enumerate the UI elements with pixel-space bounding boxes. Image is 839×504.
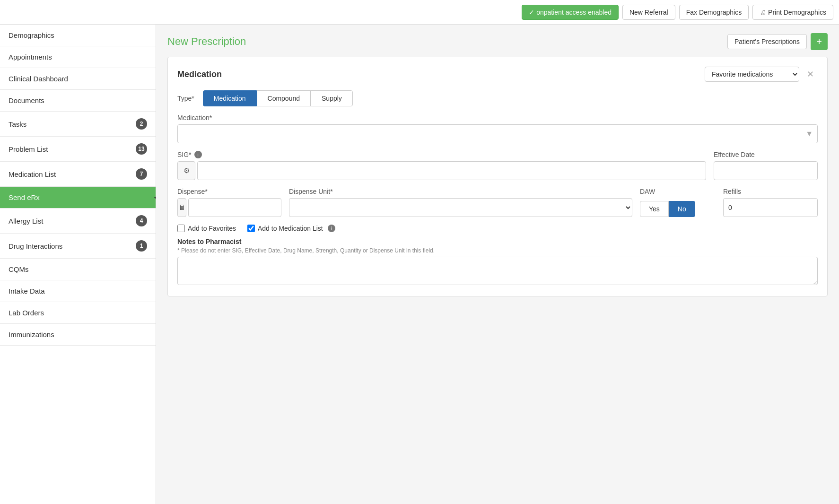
dispense-label: Dispense*: [177, 188, 281, 195]
printer-icon: 🖨: [760, 9, 766, 16]
medication-card-header: Medication Favorite medications ✕: [177, 67, 818, 82]
sidebar-item-problem-list[interactable]: Problem List13: [0, 137, 156, 162]
add-medication-list-checkbox[interactable]: [247, 225, 255, 232]
print-demographics-button[interactable]: 🖨 Print Demographics: [752, 5, 833, 20]
medication-card-title: Medication: [177, 70, 222, 79]
daw-no-button[interactable]: No: [669, 201, 695, 217]
sidebar-item-badge: 2: [136, 118, 147, 130]
sig-info-icon[interactable]: i: [194, 151, 202, 158]
sidebar-item-badge: 7: [136, 168, 147, 180]
medication-field-row: Medication* ▼: [177, 114, 818, 143]
dispense-row: Dispense* 🖩 Dispense Unit* DAW: [177, 188, 818, 217]
sig-gear-button[interactable]: ⚙: [177, 161, 195, 180]
add-medication-list-label[interactable]: Add to Medication List i: [247, 225, 335, 232]
dispense-input-wrap: 🖩: [177, 198, 281, 217]
daw-label: DAW: [640, 188, 716, 195]
new-referral-button[interactable]: New Referral: [622, 5, 675, 20]
dispense-unit-field: Dispense Unit*: [289, 188, 632, 217]
dispense-input[interactable]: [188, 198, 281, 217]
medication-card: Medication Favorite medications ✕ Type* …: [167, 57, 828, 296]
prescription-header-right: Patient's Prescriptions +: [727, 33, 828, 50]
sidebar-item-immunizations[interactable]: Immunizations: [0, 324, 156, 346]
notes-textarea[interactable]: [177, 257, 818, 285]
sidebar-item-label: Intake Data: [9, 287, 45, 295]
dispense-unit-select[interactable]: [289, 198, 632, 217]
content-area: New Prescription Patient's Prescriptions…: [156, 25, 839, 504]
daw-field: DAW Yes No: [640, 188, 716, 217]
sidebar-item-label: Medication List: [9, 170, 56, 178]
refills-input[interactable]: [723, 198, 818, 217]
sidebar-item-send-erx[interactable]: Send eRx: [0, 187, 156, 209]
refills-field: Refills: [723, 188, 818, 217]
sidebar: DemographicsAppointmentsClinical Dashboa…: [0, 25, 156, 504]
add-favorites-label[interactable]: Add to Favorites: [177, 225, 236, 232]
type-buttons: Medication Compound Supply: [203, 90, 353, 106]
sidebar-item-badge: 4: [136, 215, 147, 226]
sig-row: SIG* i ⚙ Effective Date: [177, 151, 818, 180]
sidebar-item-badge: 13: [136, 143, 147, 155]
notes-hint: * Please do not enter SIG, Effective Dat…: [177, 247, 818, 254]
sidebar-item-cqms[interactable]: CQMs: [0, 259, 156, 280]
sidebar-item-drug-interactions[interactable]: Drug Interactions1: [0, 234, 156, 259]
type-label: Type*: [177, 95, 194, 102]
sig-label: SIG*: [177, 151, 192, 158]
favorite-medications-select[interactable]: Favorite medications: [705, 67, 799, 82]
add-favorites-checkbox[interactable]: [177, 225, 185, 232]
type-row: Type* Medication Compound Supply: [177, 90, 818, 106]
sidebar-item-label: Demographics: [9, 31, 54, 39]
close-button[interactable]: ✕: [803, 67, 818, 81]
prescription-header: New Prescription Patient's Prescriptions…: [156, 25, 839, 57]
sidebar-item-badge: 1: [136, 240, 147, 252]
sidebar-item-appointments[interactable]: Appointments: [0, 46, 156, 68]
sidebar-item-label: Send eRx: [9, 193, 40, 201]
sidebar-item-documents[interactable]: Documents: [0, 90, 156, 112]
sidebar-item-allergy-list[interactable]: Allergy List4: [0, 209, 156, 234]
daw-buttons: Yes No: [640, 201, 716, 217]
sig-label-row: SIG* i: [177, 151, 706, 158]
type-supply-button[interactable]: Supply: [311, 90, 353, 106]
sidebar-item-label: Tasks: [9, 120, 26, 128]
fax-demographics-button[interactable]: Fax Demographics: [679, 5, 749, 20]
sidebar-item-label: Appointments: [9, 53, 52, 61]
sidebar-item-label: Documents: [9, 96, 44, 104]
effective-date-input[interactable]: [714, 161, 818, 180]
dispense-field: Dispense* 🖩: [177, 188, 281, 217]
dispense-unit-label: Dispense Unit*: [289, 188, 632, 195]
effective-date-label: Effective Date: [714, 151, 818, 158]
notes-label: Notes to Pharmacist: [177, 238, 818, 245]
main-layout: DemographicsAppointmentsClinical Dashboa…: [0, 25, 839, 504]
effective-date-field: Effective Date: [714, 151, 818, 180]
sidebar-item-label: Lab Orders: [9, 309, 44, 317]
sidebar-item-label: Problem List: [9, 145, 48, 153]
sidebar-item-medication-list[interactable]: Medication List7: [0, 162, 156, 187]
type-medication-button[interactable]: Medication: [203, 90, 257, 106]
sidebar-item-intake-data[interactable]: Intake Data: [0, 280, 156, 302]
sidebar-item-label: Immunizations: [9, 330, 54, 339]
daw-yes-button[interactable]: Yes: [640, 201, 669, 217]
add-prescription-button[interactable]: +: [811, 33, 828, 50]
sidebar-item-label: CQMs: [9, 265, 29, 273]
sidebar-item-label: Allergy List: [9, 217, 43, 225]
sidebar-item-lab-orders[interactable]: Lab Orders: [0, 302, 156, 324]
sig-text-input[interactable]: [197, 161, 706, 180]
checkboxes-row: Add to Favorites Add to Medication List …: [177, 225, 818, 232]
type-compound-button[interactable]: Compound: [257, 90, 311, 106]
sidebar-item-clinical-dashboard[interactable]: Clinical Dashboard: [0, 68, 156, 90]
notes-section: Notes to Pharmacist * Please do not ente…: [177, 238, 818, 287]
medication-card-right: Favorite medications ✕: [705, 67, 818, 82]
refills-label: Refills: [723, 188, 818, 195]
onpatient-access-button[interactable]: ✓ onpatient access enabled: [522, 5, 619, 20]
sig-input-wrap: ⚙: [177, 161, 706, 180]
sidebar-item-label: Drug Interactions: [9, 242, 62, 250]
top-bar: ✓ onpatient access enabled New Referral …: [0, 0, 839, 25]
calculator-button[interactable]: 🖩: [177, 198, 186, 217]
sig-field: SIG* i ⚙: [177, 151, 706, 180]
prescription-title: New Prescription: [167, 35, 246, 48]
medication-input-wrap: ▼: [177, 124, 818, 143]
sidebar-item-label: Clinical Dashboard: [9, 75, 68, 83]
sidebar-item-tasks[interactable]: Tasks2: [0, 112, 156, 137]
medication-input[interactable]: [177, 124, 818, 143]
sidebar-item-demographics[interactable]: Demographics: [0, 25, 156, 46]
medication-list-info-icon[interactable]: i: [328, 225, 335, 232]
patients-prescriptions-button[interactable]: Patient's Prescriptions: [727, 34, 807, 49]
